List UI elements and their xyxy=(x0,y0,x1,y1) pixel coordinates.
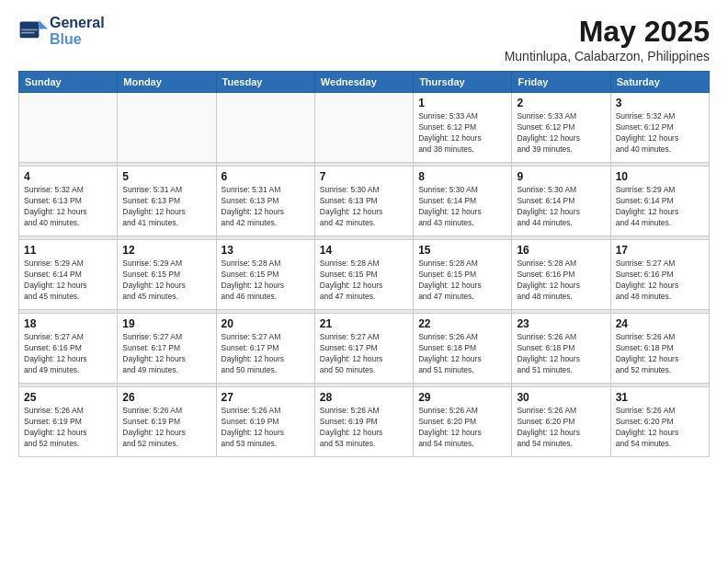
title-block: May 2025 Muntinlupa, Calabarzon, Philipp… xyxy=(505,15,710,63)
header-saturday: Saturday xyxy=(610,72,709,93)
table-row xyxy=(19,93,118,163)
calendar-week-row: 11Sunrise: 5:29 AM Sunset: 6:14 PM Dayli… xyxy=(19,240,710,310)
day-info: Sunrise: 5:29 AM Sunset: 6:14 PM Dayligh… xyxy=(616,185,704,229)
day-number: 8 xyxy=(418,170,506,183)
day-info: Sunrise: 5:26 AM Sunset: 6:20 PM Dayligh… xyxy=(616,406,704,450)
table-row: 28Sunrise: 5:26 AM Sunset: 6:19 PM Dayli… xyxy=(314,387,413,457)
day-info: Sunrise: 5:31 AM Sunset: 6:13 PM Dayligh… xyxy=(222,185,310,229)
day-info: Sunrise: 5:26 AM Sunset: 6:20 PM Dayligh… xyxy=(517,406,605,450)
day-info: Sunrise: 5:28 AM Sunset: 6:15 PM Dayligh… xyxy=(418,259,506,303)
logo: General Blue xyxy=(18,15,105,47)
table-row: 11Sunrise: 5:29 AM Sunset: 6:14 PM Dayli… xyxy=(19,240,118,310)
day-info: Sunrise: 5:26 AM Sunset: 6:18 PM Dayligh… xyxy=(517,332,605,376)
day-info: Sunrise: 5:27 AM Sunset: 6:17 PM Dayligh… xyxy=(122,332,210,376)
table-row: 24Sunrise: 5:26 AM Sunset: 6:18 PM Dayli… xyxy=(610,314,709,384)
day-number: 17 xyxy=(616,244,704,257)
table-row: 18Sunrise: 5:27 AM Sunset: 6:16 PM Dayli… xyxy=(19,314,118,384)
day-number: 22 xyxy=(418,317,506,330)
header-friday: Friday xyxy=(512,72,610,93)
day-number: 21 xyxy=(320,317,408,330)
day-info: Sunrise: 5:30 AM Sunset: 6:14 PM Dayligh… xyxy=(517,185,605,229)
table-row: 12Sunrise: 5:29 AM Sunset: 6:15 PM Dayli… xyxy=(118,240,216,310)
day-number: 16 xyxy=(517,244,605,257)
day-number: 11 xyxy=(24,244,112,257)
table-row: 13Sunrise: 5:28 AM Sunset: 6:15 PM Dayli… xyxy=(216,240,314,310)
table-row: 10Sunrise: 5:29 AM Sunset: 6:14 PM Dayli… xyxy=(610,167,709,236)
header-thursday: Thursday xyxy=(414,72,512,93)
day-info: Sunrise: 5:26 AM Sunset: 6:19 PM Dayligh… xyxy=(320,406,408,450)
svg-rect-2 xyxy=(21,29,38,30)
table-row: 8Sunrise: 5:30 AM Sunset: 6:14 PM Daylig… xyxy=(414,167,512,236)
day-info: Sunrise: 5:26 AM Sunset: 6:18 PM Dayligh… xyxy=(616,332,704,376)
day-info: Sunrise: 5:29 AM Sunset: 6:15 PM Dayligh… xyxy=(122,259,210,303)
day-number: 7 xyxy=(320,170,408,183)
day-number: 2 xyxy=(517,97,605,109)
day-info: Sunrise: 5:31 AM Sunset: 6:13 PM Dayligh… xyxy=(122,185,210,229)
day-number: 3 xyxy=(616,97,704,109)
table-row: 17Sunrise: 5:27 AM Sunset: 6:16 PM Dayli… xyxy=(610,240,709,310)
calendar-week-row: 4Sunrise: 5:32 AM Sunset: 6:13 PM Daylig… xyxy=(19,167,710,236)
table-row: 26Sunrise: 5:26 AM Sunset: 6:19 PM Dayli… xyxy=(118,387,216,457)
table-row: 1Sunrise: 5:33 AM Sunset: 6:12 PM Daylig… xyxy=(414,93,512,163)
page: General Blue May 2025 Muntinlupa, Calaba… xyxy=(0,0,728,563)
table-row: 30Sunrise: 5:26 AM Sunset: 6:20 PM Dayli… xyxy=(512,387,610,457)
calendar-week-row: 1Sunrise: 5:33 AM Sunset: 6:12 PM Daylig… xyxy=(19,93,710,163)
table-row xyxy=(314,93,413,163)
table-row: 19Sunrise: 5:27 AM Sunset: 6:17 PM Dayli… xyxy=(118,314,216,384)
table-row: 2Sunrise: 5:33 AM Sunset: 6:12 PM Daylig… xyxy=(512,93,610,163)
table-row: 15Sunrise: 5:28 AM Sunset: 6:15 PM Dayli… xyxy=(414,240,512,310)
calendar-header-row: Sunday Monday Tuesday Wednesday Thursday… xyxy=(19,72,710,93)
day-number: 9 xyxy=(517,170,605,183)
svg-rect-3 xyxy=(21,31,34,33)
table-row: 31Sunrise: 5:26 AM Sunset: 6:20 PM Dayli… xyxy=(610,387,709,457)
table-row: 23Sunrise: 5:26 AM Sunset: 6:18 PM Dayli… xyxy=(512,314,610,384)
day-info: Sunrise: 5:27 AM Sunset: 6:16 PM Dayligh… xyxy=(616,259,704,303)
logo-text: General Blue xyxy=(50,15,105,47)
day-info: Sunrise: 5:30 AM Sunset: 6:13 PM Dayligh… xyxy=(320,185,408,229)
day-info: Sunrise: 5:26 AM Sunset: 6:20 PM Dayligh… xyxy=(418,406,506,450)
day-info: Sunrise: 5:30 AM Sunset: 6:14 PM Dayligh… xyxy=(418,185,506,229)
table-row: 4Sunrise: 5:32 AM Sunset: 6:13 PM Daylig… xyxy=(19,167,118,236)
location: Muntinlupa, Calabarzon, Philippines xyxy=(505,49,710,63)
table-row: 7Sunrise: 5:30 AM Sunset: 6:13 PM Daylig… xyxy=(314,167,413,236)
day-info: Sunrise: 5:28 AM Sunset: 6:16 PM Dayligh… xyxy=(517,259,605,303)
day-info: Sunrise: 5:27 AM Sunset: 6:17 PM Dayligh… xyxy=(320,332,408,376)
table-row: 14Sunrise: 5:28 AM Sunset: 6:15 PM Dayli… xyxy=(314,240,413,310)
day-number: 30 xyxy=(517,391,605,404)
calendar-week-row: 18Sunrise: 5:27 AM Sunset: 6:16 PM Dayli… xyxy=(19,314,710,384)
svg-marker-1 xyxy=(39,20,48,29)
day-info: Sunrise: 5:26 AM Sunset: 6:19 PM Dayligh… xyxy=(222,406,310,450)
day-number: 20 xyxy=(222,317,310,330)
day-number: 12 xyxy=(122,244,210,257)
day-number: 18 xyxy=(24,317,112,330)
table-row: 20Sunrise: 5:27 AM Sunset: 6:17 PM Dayli… xyxy=(216,314,314,384)
table-row: 22Sunrise: 5:26 AM Sunset: 6:18 PM Dayli… xyxy=(414,314,512,384)
day-info: Sunrise: 5:29 AM Sunset: 6:14 PM Dayligh… xyxy=(24,259,112,303)
header-tuesday: Tuesday xyxy=(216,72,314,93)
day-info: Sunrise: 5:32 AM Sunset: 6:13 PM Dayligh… xyxy=(24,185,112,229)
month-year: May 2025 xyxy=(505,15,710,49)
day-number: 6 xyxy=(222,170,310,183)
day-info: Sunrise: 5:27 AM Sunset: 6:17 PM Dayligh… xyxy=(222,332,310,376)
day-number: 15 xyxy=(418,244,506,257)
header: General Blue May 2025 Muntinlupa, Calaba… xyxy=(18,15,710,63)
day-info: Sunrise: 5:28 AM Sunset: 6:15 PM Dayligh… xyxy=(320,259,408,303)
day-info: Sunrise: 5:27 AM Sunset: 6:16 PM Dayligh… xyxy=(24,332,112,376)
day-info: Sunrise: 5:32 AM Sunset: 6:12 PM Dayligh… xyxy=(616,111,704,155)
day-number: 4 xyxy=(24,170,112,183)
table-row: 29Sunrise: 5:26 AM Sunset: 6:20 PM Dayli… xyxy=(414,387,512,457)
table-row xyxy=(216,93,314,163)
table-row: 3Sunrise: 5:32 AM Sunset: 6:12 PM Daylig… xyxy=(610,93,709,163)
day-number: 23 xyxy=(517,317,605,330)
calendar-week-row: 25Sunrise: 5:26 AM Sunset: 6:19 PM Dayli… xyxy=(19,387,710,457)
day-number: 29 xyxy=(418,391,506,404)
day-number: 1 xyxy=(418,97,506,109)
day-number: 25 xyxy=(24,391,112,404)
day-info: Sunrise: 5:33 AM Sunset: 6:12 PM Dayligh… xyxy=(517,111,605,155)
header-sunday: Sunday xyxy=(19,72,118,93)
day-number: 28 xyxy=(320,391,408,404)
table-row: 25Sunrise: 5:26 AM Sunset: 6:19 PM Dayli… xyxy=(19,387,118,457)
day-number: 10 xyxy=(616,170,704,183)
table-row: 9Sunrise: 5:30 AM Sunset: 6:14 PM Daylig… xyxy=(512,167,610,236)
header-wednesday: Wednesday xyxy=(314,72,413,93)
